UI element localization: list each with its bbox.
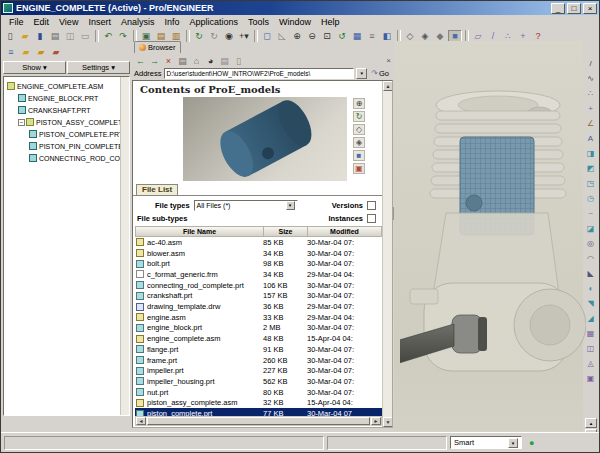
file-row[interactable]: c_format_generic.frm34 KB29-Mar-04 04: [135,269,382,280]
column-header-file-name[interactable]: File Name [136,227,264,236]
file-row[interactable]: engine_complete.asm48 KB15-Apr-04 04: [135,333,382,344]
saved-views-button[interactable]: ▦ [350,30,364,43]
graphics-viewport[interactable] [394,41,583,431]
revolve-icon[interactable]: ◷ [584,192,597,205]
home-button[interactable]: ⌂ [190,55,203,67]
file-row[interactable]: piston_assy_complete.asm32 KB15-Apr-04 0… [135,398,382,409]
zoom-out-button[interactable]: ⊖ [305,30,319,43]
file-row[interactable]: impeller_housing.prt562 KB30-Mar-04 07: [135,376,382,387]
file-row[interactable]: frame.prt260 KB30-Mar-04 07: [135,355,382,366]
annotation-icon[interactable]: A [584,132,597,145]
menu-help[interactable]: Help [316,16,345,28]
repaint-button[interactable]: ↺ [335,30,349,43]
preview-reorient-button[interactable]: ↻ [353,111,365,122]
tree-item[interactable]: CRANKSHAFT.PRT [4,104,129,116]
tree-item[interactable]: ENGINE_BLOCK.PRT [4,92,129,104]
erase-not-displayed-button[interactable]: ▭ [78,30,92,43]
file-row[interactable]: engine.asm33 KB29-Mar-04 04: [135,312,382,323]
tree-item[interactable]: ENGINE_COMPLETE.ASM [4,80,129,92]
preview-zoom-button[interactable]: ⊕ [353,98,365,109]
print-page-button[interactable]: ▤ [218,55,231,67]
file-row[interactable]: engine_block.prt2 MB30-Mar-04 07: [135,323,382,334]
scroll-left-icon[interactable]: ◄ [136,417,146,425]
tree-item[interactable]: PISTON_COMPLETE.PRT [4,128,129,140]
file-row[interactable]: bolt.prt98 KB30-Mar-04 07: [135,258,382,269]
browser-tab[interactable]: Browser [134,41,181,53]
browser-vscrollbar[interactable]: ▲ ▼ [382,81,392,427]
spin-up-icon[interactable]: ▴ [585,418,597,428]
reload-button[interactable]: ▤ [176,55,189,67]
maximize-button[interactable]: □ [567,3,581,14]
address-dropdown-button[interactable]: ▾ [356,68,367,79]
file-row[interactable]: drawing_template.drw36 KB29-Mar-04 07: [135,301,382,312]
file-row[interactable]: crankshaft.prt157 KB30-Mar-04 07: [135,291,382,302]
tree-item[interactable]: PISTON_PIN_COMPLETE.PRT [4,140,129,152]
chamfer-icon[interactable]: ◣ [584,267,597,280]
minimize-button[interactable]: _ [551,3,565,14]
menu-insert[interactable]: Insert [83,16,116,28]
view-manager-button[interactable]: ◧ [380,30,394,43]
print-button[interactable]: ▤ [48,30,62,43]
settings-button[interactable]: Settings ▾ [67,61,130,74]
file-row[interactable]: blower.asm34 KB30-Mar-04 07: [135,248,382,259]
undo-button[interactable]: ↶ [101,30,115,43]
select-mode-button[interactable]: +▾ [237,30,251,43]
show-button[interactable]: Show ▾ [3,61,66,74]
history-button[interactable]: ◕ [204,55,217,67]
navigator-tree-button[interactable]: ≡ [4,45,18,58]
folder-browser-button[interactable]: ▰ [19,45,33,58]
shrinkwrap-icon[interactable]: ◩ [584,162,597,175]
address-input[interactable]: D:\user\student\HOW_INTRO\WF2\ProE_model… [164,68,355,79]
versions-checkbox[interactable] [367,201,376,210]
model-display-button[interactable]: ◻ [260,30,274,43]
stop-button[interactable]: × [162,55,175,67]
go-button[interactable]: ↷ Go [369,69,391,78]
selection-filter-select[interactable]: Smart ▾ [450,436,522,449]
scroll-up-icon[interactable]: ▲ [383,81,393,91]
new-page-button[interactable]: ▯ [232,55,245,67]
copy-geometry-icon[interactable]: ◨ [584,147,597,160]
file-row[interactable]: connecting_rod_complete.prt106 KB30-Mar-… [135,280,382,291]
datum-point-icon[interactable]: ∴ [584,87,597,100]
new-file-button[interactable]: ▯ [3,30,17,43]
preview-wireframe-button[interactable]: ◇ [353,124,365,135]
instances-checkbox[interactable] [367,214,376,223]
blend-icon[interactable]: ◪ [584,222,597,235]
menu-edit[interactable]: Edit [29,16,55,28]
tree-item[interactable]: −PISTON_ASSY_COMPLETE.ASM [4,116,129,128]
open-file-button[interactable]: ▰ [18,30,32,43]
scroll-down-icon[interactable]: ▼ [383,417,393,427]
file-row[interactable]: ac-40.asm85 KB30-Mar-04 07: [135,237,382,248]
sketch-line-icon[interactable]: / [584,57,597,70]
regenerate-button[interactable]: ↻ [192,30,206,43]
hole-icon[interactable]: ◎ [584,237,597,250]
close-button[interactable]: × [583,3,597,14]
browser-close-button[interactable]: × [386,56,391,65]
datum-axis-icon[interactable]: + [584,102,597,115]
back-button[interactable]: ← [134,55,147,67]
menu-file[interactable]: File [4,16,29,28]
file-row[interactable]: nut.prt80 KB30-Mar-04 07: [135,387,382,398]
menu-window[interactable]: Window [274,16,316,28]
draft-icon[interactable]: ◢ [584,312,597,325]
tree-expander-icon[interactable]: − [18,119,25,126]
preview-shaded-button[interactable]: ■ [353,150,365,161]
column-header-modified[interactable]: Modified [308,227,381,236]
menu-applications[interactable]: Applications [184,16,243,28]
tree-item[interactable]: CONNECTING_ROD_COMPLETE.PRT [4,152,129,164]
column-header-size[interactable]: Size [264,227,308,236]
preview-update-button[interactable]: ▣ [353,163,365,174]
view-manager-icon[interactable]: ▣ [584,372,597,385]
sweep-icon[interactable]: ~ [584,207,597,220]
extrude-icon[interactable]: ◳ [584,177,597,190]
pattern-icon[interactable]: ▦ [584,327,597,340]
spline-icon[interactable]: ∿ [584,72,597,85]
preview-hidden-line-button[interactable]: ◈ [353,137,365,148]
round-icon[interactable]: ◠ [584,252,597,265]
working-directory-button[interactable]: ▰ [34,45,48,58]
datum-display-button[interactable]: ◺ [275,30,289,43]
zoom-in-button[interactable]: ⊕ [290,30,304,43]
menu-view[interactable]: View [54,16,83,28]
layers-button[interactable]: ≡ [365,30,379,43]
redo-button[interactable]: ↷ [116,30,130,43]
